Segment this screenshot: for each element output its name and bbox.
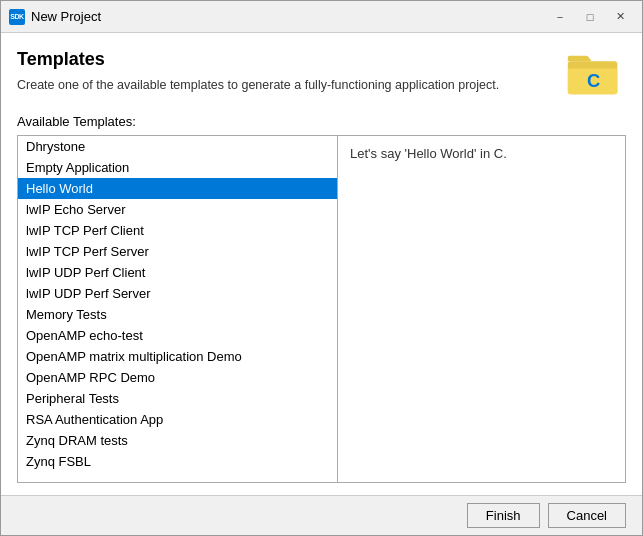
page-description: Create one of the available templates to…: [17, 76, 517, 95]
folder-icon: C: [566, 49, 626, 104]
template-list-item[interactable]: lwIP Echo Server: [18, 199, 337, 220]
template-list-item[interactable]: lwIP UDP Perf Client: [18, 262, 337, 283]
template-list-item[interactable]: Hello World: [18, 178, 337, 199]
title-bar: SDK New Project − □ ✕: [1, 1, 642, 33]
header-left: Templates Create one of the available te…: [17, 49, 556, 95]
app-icon: SDK: [9, 9, 25, 25]
template-list-item[interactable]: OpenAMP matrix multiplication Demo: [18, 346, 337, 367]
window-controls: − □ ✕: [546, 7, 634, 27]
template-list-item[interactable]: Empty Application: [18, 157, 337, 178]
header-row: Templates Create one of the available te…: [17, 49, 626, 104]
template-list-item[interactable]: Memory Tests: [18, 304, 337, 325]
main-content: Templates Create one of the available te…: [1, 33, 642, 495]
main-panels: DhrystoneEmpty ApplicationHello WorldlwI…: [17, 135, 626, 483]
template-list-item[interactable]: Zynq FSBL: [18, 451, 337, 472]
template-list-item[interactable]: lwIP UDP Perf Server: [18, 283, 337, 304]
template-list[interactable]: DhrystoneEmpty ApplicationHello WorldlwI…: [18, 136, 338, 482]
page-title: Templates: [17, 49, 556, 70]
maximize-button[interactable]: □: [576, 7, 604, 27]
finish-button[interactable]: Finish: [467, 503, 540, 528]
template-list-item[interactable]: Peripheral Tests: [18, 388, 337, 409]
svg-text:C: C: [587, 70, 600, 91]
window-title: New Project: [31, 9, 546, 24]
minimize-button[interactable]: −: [546, 7, 574, 27]
close-button[interactable]: ✕: [606, 7, 634, 27]
template-list-item[interactable]: OpenAMP RPC Demo: [18, 367, 337, 388]
template-list-item[interactable]: RSA Authentication App: [18, 409, 337, 430]
template-list-item[interactable]: lwIP TCP Perf Server: [18, 241, 337, 262]
available-templates-label: Available Templates:: [17, 114, 626, 129]
template-list-item[interactable]: OpenAMP echo-test: [18, 325, 337, 346]
template-list-item[interactable]: lwIP TCP Perf Client: [18, 220, 337, 241]
bottom-bar: Finish Cancel: [1, 495, 642, 535]
template-list-item[interactable]: Dhrystone: [18, 136, 337, 157]
description-panel: Let's say 'Hello World' in C.: [338, 136, 625, 482]
description-text: Let's say 'Hello World' in C.: [350, 146, 507, 161]
template-list-item[interactable]: Zynq DRAM tests: [18, 430, 337, 451]
new-project-window: SDK New Project − □ ✕ Templates Create o…: [0, 0, 643, 536]
cancel-button[interactable]: Cancel: [548, 503, 626, 528]
